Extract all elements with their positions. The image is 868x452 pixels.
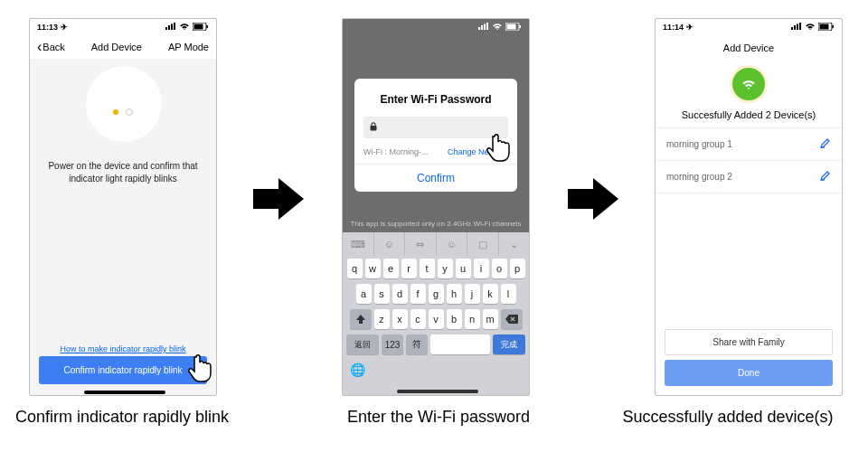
ap-mode-button[interactable]: AP Mode: [168, 42, 209, 52]
svg-rect-7: [478, 27, 480, 30]
phone-step3: 11:14 ✈ Add Device Succesfully Added 2 D…: [655, 18, 843, 396]
key-l[interactable]: l: [501, 284, 516, 304]
home-indicator: [84, 391, 165, 394]
done-button[interactable]: Done: [665, 360, 833, 386]
edit-pencil-icon[interactable]: [820, 170, 831, 184]
success-message: Succesfully Added 2 Device(s): [656, 109, 842, 127]
key-symbols[interactable]: 符: [406, 334, 428, 354]
signal-icon: [165, 23, 176, 32]
nav-header: Back Add Device AP Mode: [30, 35, 216, 59]
flow-arrow-icon: [253, 176, 304, 221]
device-list-item[interactable]: morning group 2: [656, 161, 842, 193]
predict-slot[interactable]: ▢: [467, 232, 499, 256]
svg-rect-13: [520, 25, 522, 28]
svg-rect-5: [194, 24, 203, 29]
body: Power on the device and confirm that ind…: [30, 59, 216, 395]
edit-pencil-icon[interactable]: [820, 137, 831, 151]
header-title: Add Device: [656, 35, 842, 61]
status-time: 11:14 ✈: [663, 23, 693, 32]
key-w[interactable]: w: [365, 259, 381, 278]
lock-icon: [369, 122, 378, 133]
key-b[interactable]: b: [447, 309, 462, 329]
key-z[interactable]: z: [374, 309, 390, 329]
key-delete[interactable]: [501, 309, 523, 329]
svg-rect-9: [484, 24, 486, 31]
svg-rect-10: [486, 23, 488, 30]
battery-icon: [505, 23, 522, 33]
key-shift[interactable]: [350, 309, 372, 329]
svg-rect-21: [833, 25, 835, 28]
step1-caption: Confirm indicator rapidly blink: [9, 407, 235, 428]
key-v[interactable]: v: [429, 309, 444, 329]
keyboard-row-3: zxcvbnm: [343, 306, 529, 332]
key-h[interactable]: h: [447, 284, 462, 304]
confirm-wifi-button[interactable]: Confirm: [354, 164, 517, 192]
svg-rect-2: [171, 24, 173, 31]
key-s[interactable]: s: [374, 284, 390, 304]
status-bar: [343, 19, 529, 35]
key-f[interactable]: f: [410, 284, 426, 304]
pointer-hand-icon: [485, 132, 515, 163]
svg-rect-0: [165, 27, 167, 30]
key-i[interactable]: i: [474, 259, 489, 278]
battery-icon: [818, 23, 835, 33]
status-right: [165, 23, 209, 33]
dialog-title: Enter Wi-Fi Password: [354, 88, 517, 117]
key-p[interactable]: p: [510, 259, 525, 278]
key-x[interactable]: x: [392, 309, 408, 329]
key-t[interactable]: t: [420, 259, 435, 278]
key-done[interactable]: 完成: [493, 334, 525, 354]
phone-step2: Enter Wi-Fi Password Wi-Fi : Morning-...…: [342, 18, 530, 396]
prediction-bar: ⌨ ☺ ⇔ ☺ ▢ ⌄: [343, 232, 529, 256]
globe-icon[interactable]: 🌐: [350, 363, 365, 377]
key-c[interactable]: c: [410, 309, 426, 329]
back-button[interactable]: Back: [37, 39, 65, 55]
svg-rect-3: [174, 23, 175, 30]
success-wifi-icon: [732, 68, 765, 100]
device-name-label: morning group 1: [666, 139, 732, 149]
key-o[interactable]: o: [492, 259, 507, 278]
device-list-item[interactable]: morning group 1: [656, 128, 842, 161]
pointer-hand-icon: [186, 353, 217, 383]
predict-slot[interactable]: ⌨: [343, 232, 374, 256]
key-r[interactable]: r: [401, 259, 417, 278]
keyboard-row-1: qwertyuiop: [343, 256, 529, 281]
step2-caption: Enter the Wi-Fi password: [326, 407, 552, 428]
svg-rect-15: [791, 27, 793, 30]
svg-rect-18: [799, 23, 801, 30]
svg-rect-6: [207, 25, 209, 28]
key-space[interactable]: [430, 334, 490, 354]
battery-icon: [193, 23, 209, 33]
svg-rect-1: [168, 25, 170, 30]
flow-arrow-icon: [568, 176, 618, 221]
keyboard-bottom: 🌐: [343, 357, 529, 382]
key-d[interactable]: d: [392, 284, 408, 304]
wifi-icon: [179, 23, 190, 33]
status-bar: 11:14 ✈: [656, 19, 842, 35]
key-123[interactable]: 123: [382, 334, 403, 354]
svg-rect-17: [797, 24, 798, 31]
keyboard-row-2: asdfghjkl: [343, 281, 529, 306]
predict-slot[interactable]: ☺: [437, 232, 468, 256]
wifi-icon: [492, 23, 503, 33]
key-e[interactable]: e: [383, 259, 399, 278]
key-j[interactable]: j: [465, 284, 480, 304]
predict-slot[interactable]: ⌄: [499, 232, 530, 256]
key-a[interactable]: a: [356, 284, 372, 304]
wifi-name-label: Wi-Fi : Morning-...: [363, 147, 429, 156]
share-button[interactable]: Share with Family: [665, 329, 833, 355]
status-right: [478, 23, 522, 33]
key-u[interactable]: u: [456, 259, 471, 278]
key-m[interactable]: m: [483, 309, 498, 329]
svg-rect-12: [507, 24, 516, 29]
key-y[interactable]: y: [438, 259, 453, 278]
key-return[interactable]: 返回: [346, 334, 379, 354]
key-n[interactable]: n: [465, 309, 480, 329]
status-right: [791, 23, 835, 33]
key-k[interactable]: k: [483, 284, 498, 304]
predict-slot[interactable]: ⇔: [405, 232, 437, 256]
key-q[interactable]: q: [347, 259, 363, 278]
predict-slot[interactable]: ☺: [374, 232, 406, 256]
confirm-blink-button[interactable]: Confirm indicator rapidly blink: [39, 356, 207, 384]
key-g[interactable]: g: [429, 284, 444, 304]
